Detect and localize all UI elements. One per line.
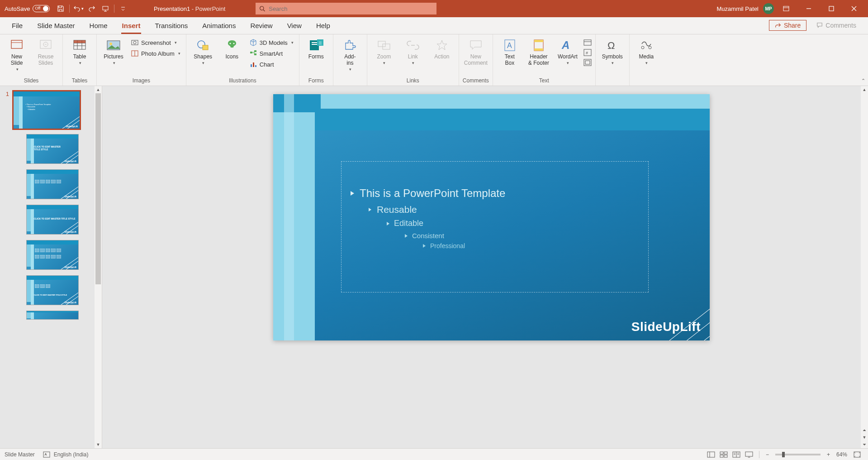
zoom-slider[interactable] [775, 454, 821, 455]
collapse-ribbon-icon[interactable]: ⌃ [861, 78, 865, 84]
forms-icon [309, 38, 323, 53]
tab-home[interactable]: Home [82, 18, 115, 34]
search-box[interactable] [256, 3, 436, 14]
undo-icon[interactable]: ▾ [72, 2, 85, 15]
scroll-up-icon[interactable]: ▲ [95, 86, 102, 93]
media-button[interactable]: Media▾ [633, 36, 659, 65]
slide-canvas[interactable]: This is a PowerPoint Template Reusable E… [273, 94, 710, 340]
shapes-button[interactable]: Shapes▾ [190, 36, 216, 65]
redo-icon[interactable] [85, 2, 98, 15]
svg-text:A: A [561, 39, 569, 51]
prev-slide-icon[interactable]: ⏶ [861, 426, 868, 434]
new-slide-button[interactable]: New Slide▾ [4, 36, 30, 72]
titlebar-right: Muzammil Patel MP [717, 0, 868, 17]
slide-number-icon[interactable]: # [583, 49, 592, 56]
thumbnail-layout[interactable]: SlideUpLift [26, 169, 92, 199]
slide-canvas-area[interactable]: This is a PowerPoint Template Reusable E… [102, 86, 868, 448]
svg-text:#: # [586, 51, 588, 55]
user-name[interactable]: Muzammil Patel [717, 5, 759, 12]
zoom-level[interactable]: 64% [836, 451, 847, 458]
next-slide-icon[interactable]: ⏷ [861, 441, 868, 448]
tab-slide-master[interactable]: Slide Master [30, 18, 82, 34]
wordart-button[interactable]: AWordArt▾ [555, 36, 581, 65]
canvas-scrollbar[interactable]: ▲ ⏶ ▼ ⏷ [861, 86, 868, 448]
tab-transitions[interactable]: Transitions [147, 18, 195, 34]
thumbnail-layout[interactable]: CLICK TO EDIT MASTER TITLE STYLESlideUpL… [26, 134, 92, 164]
smartart-button[interactable]: SmartArt [248, 49, 295, 58]
zoom-out-button[interactable]: − [763, 451, 772, 458]
text-box-button[interactable]: AText Box [497, 36, 523, 66]
scrollbar-thumb[interactable] [95, 93, 101, 284]
slide-sorter-view-icon[interactable] [717, 450, 730, 460]
user-avatar[interactable]: MP [763, 3, 774, 14]
table-icon [72, 38, 87, 53]
pictures-icon [106, 38, 121, 53]
action-button: Action [429, 36, 455, 60]
share-button[interactable]: Share [769, 20, 806, 31]
svg-rect-8 [74, 40, 85, 43]
language-label[interactable]: English (India) [54, 451, 89, 458]
new-comment-icon [469, 38, 483, 53]
tab-file[interactable]: File [5, 18, 30, 34]
scroll-down-icon[interactable]: ▼ [861, 434, 868, 441]
group-media: Media▾ [630, 34, 663, 86]
close-icon[interactable] [844, 0, 864, 17]
view-mode-label[interactable]: Slide Master [5, 451, 35, 458]
customize-qat-icon[interactable] [117, 2, 129, 15]
master-slide-thumb[interactable]: • This is a PowerPoint Template • Reusab… [13, 91, 81, 129]
tab-review[interactable]: Review [243, 18, 280, 34]
tab-help[interactable]: Help [309, 18, 337, 34]
wordart-icon: A [560, 38, 575, 53]
group-forms: Forms Forms [299, 34, 333, 86]
scroll-up-icon[interactable]: ▲ [861, 86, 868, 93]
date-time-icon[interactable] [583, 39, 592, 46]
thumbnail-master[interactable]: 1 • This is a PowerPoint Template • Reus… [5, 91, 92, 129]
thumbnail-layout[interactable] [26, 311, 92, 320]
thumbnail-layout[interactable]: SlideUpLift [26, 240, 92, 270]
reading-view-icon[interactable] [730, 450, 743, 460]
zoom-icon [377, 38, 391, 53]
spellcheck-icon[interactable] [43, 451, 50, 458]
normal-view-icon[interactable] [705, 450, 717, 460]
svg-rect-20 [254, 53, 256, 55]
icons-button[interactable]: Icons [219, 36, 245, 60]
pictures-button[interactable]: Pictures▾ [100, 36, 127, 65]
screenshot-button[interactable]: Screenshot▾ [129, 38, 182, 47]
addins-button[interactable]: Add- ins▾ [337, 36, 363, 72]
app-name: PowerPoint [195, 5, 225, 12]
thumbnails-scrollbar[interactable]: ▲ ▼ [95, 86, 102, 448]
svg-point-43 [649, 46, 651, 49]
screenshot-icon [131, 39, 138, 46]
present-from-start-icon[interactable] [99, 2, 112, 15]
group-slides: New Slide▾ Reuse Slides Slides [0, 34, 63, 86]
chart-button[interactable]: Chart [248, 60, 295, 69]
header-footer-button[interactable]: Header & Footer [526, 36, 552, 66]
fit-to-window-icon[interactable] [851, 450, 863, 460]
tab-animations[interactable]: Animations [195, 18, 243, 34]
scroll-down-icon[interactable]: ▼ [95, 441, 102, 448]
3d-models-button[interactable]: 3D Models▾ [248, 38, 295, 47]
thumbnail-layout[interactable]: CLICK TO EDIT MASTER TITLE STYLESlideUpL… [26, 275, 92, 305]
zoom-in-button[interactable]: + [824, 451, 833, 458]
search-input[interactable] [269, 5, 433, 12]
thumbnail-layout[interactable]: CLICK TO EDIT MASTER TITLE STYLESlideUpL… [26, 205, 92, 235]
cube-icon [250, 39, 257, 46]
svg-rect-44 [43, 452, 50, 457]
object-icon[interactable] [583, 59, 592, 66]
minimize-icon[interactable] [798, 0, 819, 17]
symbols-button[interactable]: ΩSymbols▾ [599, 36, 626, 65]
table-button[interactable]: Table▾ [66, 36, 93, 65]
status-bar: Slide Master English (India) − + 64% [0, 448, 868, 460]
zoom-button: Zoom▾ [371, 36, 397, 65]
tab-view[interactable]: View [280, 18, 309, 34]
save-icon[interactable] [54, 2, 67, 15]
content-placeholder[interactable]: This is a PowerPoint Template Reusable E… [341, 161, 649, 292]
forms-button[interactable]: Forms [303, 36, 329, 60]
toggle-switch-icon[interactable]: Off [33, 5, 50, 12]
ribbon-display-options-icon[interactable] [776, 0, 797, 17]
slideshow-view-icon[interactable] [743, 450, 755, 460]
maximize-icon[interactable] [821, 0, 842, 17]
tab-insert[interactable]: Insert [115, 18, 148, 34]
autosave-toggle[interactable]: AutoSave Off [5, 5, 50, 12]
photo-album-button[interactable]: Photo Album▾ [129, 49, 182, 58]
